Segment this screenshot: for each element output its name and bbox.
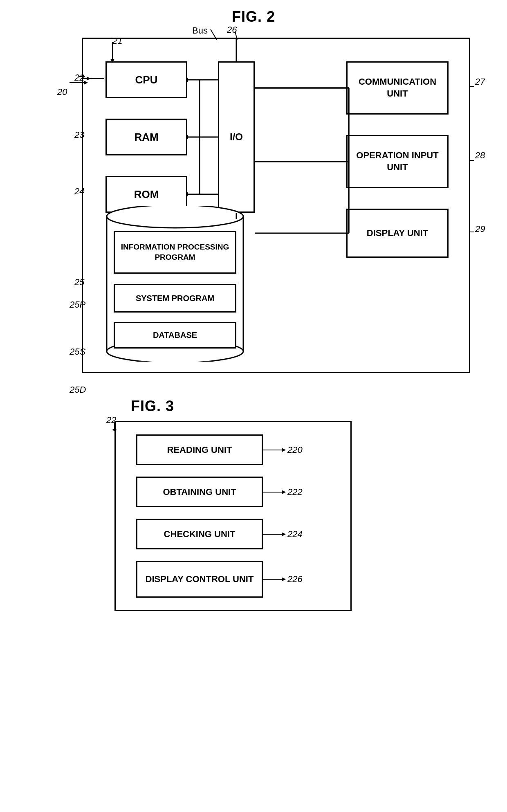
display-control-block: DISPLAY CONTROL UNIT	[136, 561, 263, 598]
ref-25p: 25P	[70, 299, 85, 310]
ref-222: 222	[287, 487, 303, 497]
ref-25d: 25D	[70, 385, 86, 395]
reading-row: READING UNIT 220	[136, 434, 330, 465]
svg-line-25	[211, 29, 217, 40]
ref-28: 28	[475, 150, 485, 161]
svg-marker-38	[282, 448, 286, 452]
comm-block: COMMUNICATION UNIT	[346, 61, 449, 115]
svg-line-26	[235, 31, 237, 40]
ref-29: 29	[475, 224, 485, 234]
info-proc-box: INFORMATION PROCESSING PROGRAM	[114, 231, 236, 274]
ref-224: 224	[287, 529, 303, 540]
op-block: OPERATION INPUT UNIT	[346, 135, 449, 188]
fig3-ref22-arrow	[106, 415, 147, 431]
obtaining-row: OBTAINING UNIT 222	[136, 477, 330, 507]
sys-prog-box: SYSTEM PROGRAM	[114, 284, 236, 313]
reading-arrow	[263, 444, 287, 456]
svg-marker-24	[84, 81, 88, 85]
fig2-wrapper: 20 CPU RAM ROM I	[57, 38, 487, 373]
svg-point-2	[107, 206, 243, 228]
display-control-row: DISPLAY CONTROL UNIT 226	[136, 561, 330, 598]
checking-row: CHECKING UNIT 224	[136, 519, 330, 549]
svg-line-11	[255, 137, 349, 233]
bus-line-svg	[202, 27, 227, 42]
ref-23: 23	[74, 130, 84, 140]
svg-marker-42	[282, 532, 286, 536]
cpu-block: CPU	[105, 61, 187, 98]
fig3-section: FIG. 3 22 READING UNIT 220	[25, 398, 482, 611]
svg-marker-44	[282, 577, 286, 581]
fig2-title: FIG. 2	[25, 8, 482, 25]
svg-marker-46	[112, 429, 117, 431]
reading-block: READING UNIT	[136, 434, 263, 465]
svg-marker-28	[83, 75, 85, 78]
ref-27: 27	[475, 76, 485, 87]
ref26-line-svg	[231, 29, 247, 42]
ram-block: RAM	[105, 119, 187, 155]
obtaining-arrow	[263, 486, 287, 498]
fig3-outer-box: READING UNIT 220 OBTAINING UNIT	[114, 421, 352, 611]
database-box: DATABASE	[114, 322, 236, 349]
display-block: DISPLAY UNIT	[346, 209, 449, 258]
fig2-section: FIG. 2 20 CPU RAM ROM	[25, 8, 482, 373]
io-block: I/O	[218, 61, 255, 213]
obtaining-block: OBTAINING UNIT	[136, 477, 263, 507]
ref-21: 21	[112, 36, 122, 46]
db-container: INFORMATION PROCESSING PROGRAM SYSTEM PR…	[105, 206, 245, 362]
ref-25s: 25S	[70, 346, 85, 357]
ref-226: 226	[287, 574, 303, 585]
ref22-arrow	[79, 74, 85, 80]
ref-24: 24	[74, 186, 84, 197]
display-control-arrow	[263, 573, 287, 585]
fig3-title: FIG. 3	[131, 398, 482, 415]
checking-block: CHECKING UNIT	[136, 519, 263, 549]
ref-220: 220	[287, 445, 303, 455]
fig2-outer-box: CPU RAM ROM I/O COMMUNICATION UNIT	[82, 38, 470, 373]
svg-marker-40	[282, 490, 286, 494]
checking-arrow	[263, 528, 287, 540]
ref-25: 25	[74, 277, 84, 288]
fig3-wrapper: 22 READING UNIT 220 OBT	[82, 421, 401, 611]
